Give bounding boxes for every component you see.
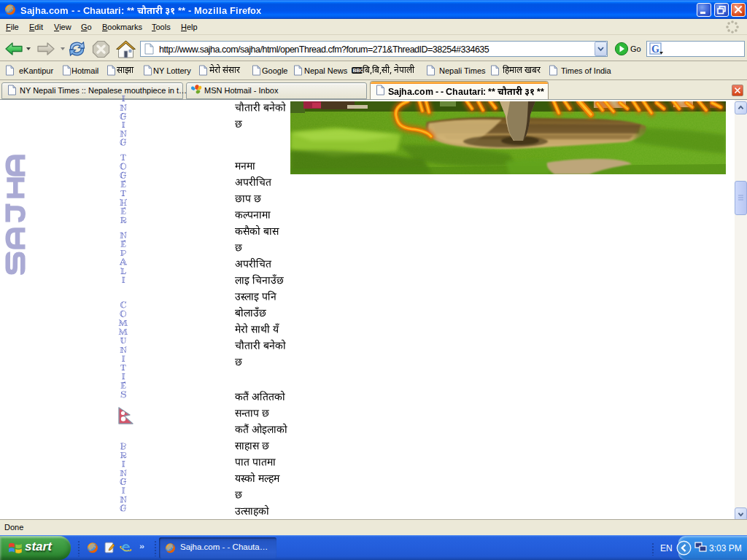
svg-text:G: G xyxy=(651,44,659,55)
svg-text:BBC: BBC xyxy=(353,68,363,73)
